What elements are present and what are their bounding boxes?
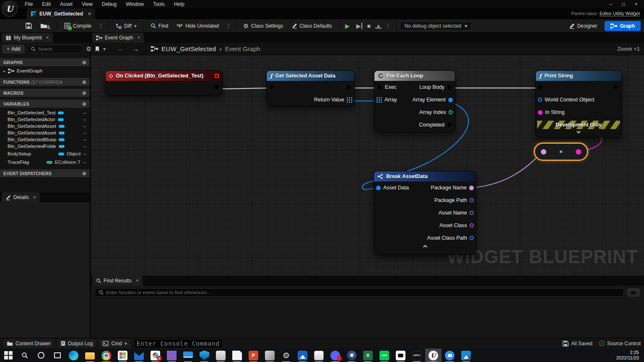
graph-canvas[interactable]: ▾ ← → EUW_GetSelected › Event Graph Zoom…: [91, 43, 644, 276]
array-pin[interactable]: [377, 97, 382, 103]
eye-closed-icon[interactable]: ⌣: [83, 151, 86, 157]
add-dispatcher-icon[interactable]: ⊕: [82, 171, 86, 176]
struct-pin-asset-data[interactable]: [376, 186, 381, 190]
class-defaults-button[interactable]: Class Defaults: [289, 21, 335, 31]
nav-back-icon[interactable]: ←: [115, 45, 127, 52]
tab-event-graph[interactable]: Event Graph ×: [92, 33, 144, 43]
line-button[interactable]: LINE: [376, 349, 392, 362]
menu-debug[interactable]: Debug: [98, 0, 120, 8]
close-graph-tab-icon[interactable]: ×: [137, 35, 140, 41]
node-print-string[interactable]: ƒPrint String World Context Object In St…: [535, 70, 622, 137]
asset-tab-euw-getselected[interactable]: EUW_GetSelected ×: [27, 8, 95, 19]
taskbar-clock[interactable]: 2:25 2022/11/23: [616, 349, 644, 362]
eye-closed-icon[interactable]: ⌣: [83, 130, 86, 136]
steam-button[interactable]: [343, 349, 360, 362]
array-pin-return-value[interactable]: [347, 97, 352, 103]
variable-row[interactable]: BodySetupObject⌣: [0, 150, 90, 158]
cortana-button[interactable]: [33, 349, 49, 362]
epic-games-button[interactable]: EPIC: [409, 349, 425, 362]
maximize-button[interactable]: □: [618, 0, 629, 8]
menu-file[interactable]: File: [21, 0, 36, 8]
sidebar-item-eventgraph[interactable]: ▸ EventGraph: [0, 66, 90, 75]
nav-forward-icon[interactable]: →: [130, 45, 141, 52]
frame-skip-button[interactable]: ▶: [354, 23, 363, 29]
node-on-clicked[interactable]: ◇On Clicked (Btn_GetSelected_Test): [105, 70, 223, 96]
output-log-button[interactable]: Output Log: [57, 339, 96, 348]
diff-button[interactable]: Diff▾: [113, 21, 140, 31]
browse-button[interactable]: [37, 21, 53, 31]
expand-arrow-icon[interactable]: ▸: [3, 69, 5, 73]
section-variables[interactable]: VARIABLES⊕: [0, 100, 90, 108]
section-functions[interactable]: FUNCTIONS (37 OVERRIDA⊕: [0, 78, 90, 86]
visual-studio-button[interactable]: [164, 349, 180, 362]
name-pin-package-name[interactable]: [469, 186, 474, 190]
expand-node-chevron-icon[interactable]: [576, 130, 581, 134]
class-settings-button[interactable]: ⚙Class Settings: [240, 21, 286, 31]
unreal-engine-button[interactable]: U: [425, 349, 441, 362]
exec-out-pin[interactable]: [214, 84, 220, 90]
close-tab-icon[interactable]: ×: [88, 11, 91, 17]
pc-monitor-button[interactable]: [180, 349, 196, 362]
add-variable-icon[interactable]: ⊕: [82, 101, 86, 107]
parent-class-link[interactable]: Editor Utility Widget: [600, 11, 640, 16]
object-pin-array-element[interactable]: [448, 98, 453, 102]
add-macro-icon[interactable]: ⊕: [82, 90, 86, 96]
stop-button[interactable]: ■: [365, 23, 372, 29]
powerpoint-button[interactable]: P: [245, 349, 262, 362]
exec-in-pin[interactable]: [377, 84, 382, 90]
bookmark-chevron-icon[interactable]: ▾: [103, 46, 106, 52]
variable-row[interactable]: Btn_GetSelectedBluep⌣: [0, 136, 90, 143]
reroute-out-pin[interactable]: [576, 149, 581, 155]
all-saved-status[interactable]: All Saved: [563, 341, 592, 346]
name-pin-package-path[interactable]: [470, 198, 474, 202]
string-pin-in-string[interactable]: [538, 110, 543, 115]
bookmark-icon[interactable]: [95, 46, 100, 52]
discord-button[interactable]: [327, 349, 343, 362]
name-pin-asset-class[interactable]: [470, 223, 474, 228]
reroute-node-selected[interactable]: [534, 142, 588, 161]
tab-my-blueprint[interactable]: My Blueprint ×: [2, 33, 53, 43]
source-control-button[interactable]: ✓Source Control: [599, 341, 641, 346]
paint-app-button[interactable]: [311, 349, 327, 362]
eject-button[interactable]: ▲: [375, 23, 382, 28]
compile-button[interactable]: ✓ Compile: [61, 21, 94, 31]
content-drawer-button[interactable]: Content Drawer: [3, 339, 54, 348]
menu-help[interactable]: Help: [170, 0, 188, 8]
close-button[interactable]: ×: [631, 0, 641, 8]
slack-button[interactable]: 1: [147, 349, 164, 362]
chrome-button[interactable]: [98, 349, 114, 362]
int-pin-array-index[interactable]: [449, 110, 453, 114]
exec-out-pin[interactable]: [346, 84, 352, 90]
play-options-kebab-icon[interactable]: ⋮: [384, 23, 392, 29]
close-details-icon[interactable]: ×: [33, 194, 36, 200]
close-panel-icon[interactable]: ×: [46, 35, 49, 41]
debug-object-dropdown[interactable]: No debug object selected▾: [400, 21, 472, 31]
settings-button[interactable]: ⚙: [278, 349, 294, 362]
exec-out-loop-body-pin[interactable]: [447, 84, 453, 90]
eye-closed-icon[interactable]: ⌣: [83, 159, 86, 165]
tab-details[interactable]: Details ×: [2, 192, 40, 202]
cmd-dropdown[interactable]: Cmd▾: [99, 339, 130, 348]
exec-out-completed-pin[interactable]: [447, 122, 453, 128]
mail-button[interactable]: [131, 349, 147, 362]
edge-button[interactable]: [65, 349, 82, 362]
variable-row[interactable]: Btn_GetSelectedFolde⌣: [0, 143, 90, 150]
variable-row[interactable]: Btn_GetSelectedActor⌣: [0, 116, 90, 123]
blueprint-search-input[interactable]: [38, 47, 80, 52]
variable-row[interactable]: Btn_GetSelected_Test⌣: [0, 109, 90, 116]
start-button[interactable]: [0, 349, 16, 362]
save-button[interactable]: [23, 21, 35, 31]
file-explorer-button[interactable]: [82, 349, 98, 362]
console-command-input[interactable]: [134, 339, 223, 348]
zoom-app-button[interactable]: [441, 349, 458, 362]
task-view-button[interactable]: [49, 349, 65, 362]
menu-edit[interactable]: Edit: [38, 0, 55, 8]
eye-closed-icon[interactable]: ⌣: [83, 116, 86, 122]
name-pin-asset-name[interactable]: [470, 211, 474, 215]
graph-mode-button[interactable]: Graph: [605, 21, 641, 31]
shield-app-button[interactable]: [196, 349, 213, 362]
reroute-in-pin[interactable]: [541, 149, 546, 155]
add-button[interactable]: +Add: [3, 45, 24, 53]
eye-closed-icon[interactable]: ⌣: [83, 143, 86, 149]
find-references-search[interactable]: [95, 288, 624, 297]
